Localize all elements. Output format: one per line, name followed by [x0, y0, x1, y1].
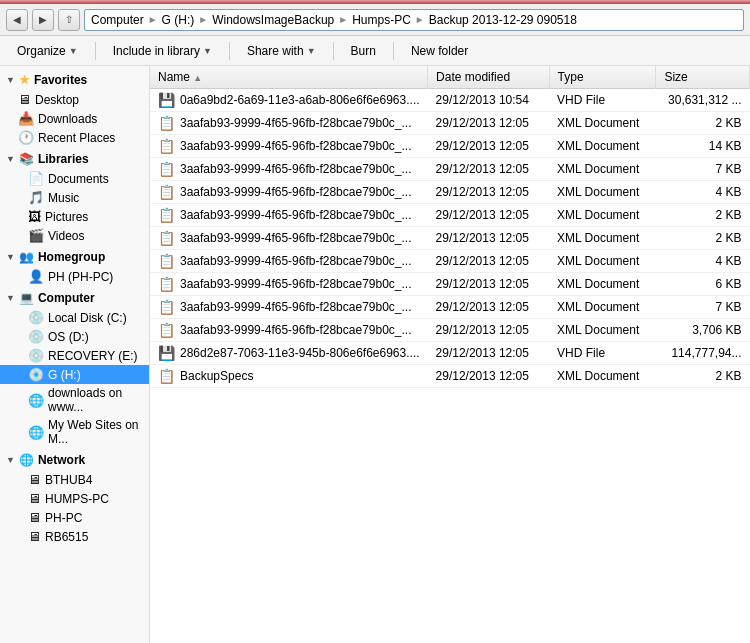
table-row[interactable]: 📋 3aafab93-9999-4f65-96fb-f28bcae79b0c_.…: [150, 319, 750, 342]
file-type-icon: 📋: [158, 184, 175, 200]
file-size-cell: 2 KB: [656, 204, 750, 227]
table-row[interactable]: 📋 3aafab93-9999-4f65-96fb-f28bcae79b0c_.…: [150, 112, 750, 135]
up-button[interactable]: ⇧: [58, 9, 80, 31]
file-size-cell: 7 KB: [656, 296, 750, 319]
file-type-cell: XML Document: [549, 158, 656, 181]
file-name-cell: 📋 3aafab93-9999-4f65-96fb-f28bcae79b0c_.…: [150, 296, 428, 319]
sidebar-network-header[interactable]: ▼ 🌐 Network: [0, 450, 149, 470]
share-with-button[interactable]: Share with ▼: [238, 41, 325, 61]
sidebar-item-pictures[interactable]: 🖼 Pictures: [0, 207, 149, 226]
sidebar-item-downloads-www[interactable]: 🌐 downloads on www...: [0, 384, 149, 416]
table-row[interactable]: 📋 BackupSpecs 29/12/2013 12:05 XML Docum…: [150, 365, 750, 388]
table-row[interactable]: 📋 3aafab93-9999-4f65-96fb-f28bcae79b0c_.…: [150, 204, 750, 227]
burn-button[interactable]: Burn: [342, 41, 385, 61]
new-folder-button[interactable]: New folder: [402, 41, 477, 61]
music-icon: 🎵: [28, 190, 44, 205]
table-row[interactable]: 📋 3aafab93-9999-4f65-96fb-f28bcae79b0c_.…: [150, 273, 750, 296]
file-size-cell: 4 KB: [656, 250, 750, 273]
file-type-icon: 💾: [158, 345, 175, 361]
libraries-icon: 📚: [19, 152, 34, 166]
file-type-icon: 📋: [158, 299, 175, 315]
sidebar-favorites-header[interactable]: ▼ ★ Favorites: [0, 70, 149, 90]
column-name[interactable]: Name ▲: [150, 66, 428, 89]
file-name-cell: 📋 3aafab93-9999-4f65-96fb-f28bcae79b0c_.…: [150, 158, 428, 181]
include-library-dropdown-icon: ▼: [203, 46, 212, 56]
ph-pc-network-icon: 🖥: [28, 510, 41, 525]
downloads-label: Downloads: [38, 112, 97, 126]
ph-pc-label: PH (PH-PC): [48, 270, 113, 284]
file-type-cell: VHD File: [549, 342, 656, 365]
sidebar-item-videos[interactable]: 🎬 Videos: [0, 226, 149, 245]
file-type-cell: XML Document: [549, 112, 656, 135]
table-row[interactable]: 💾 286d2e87-7063-11e3-945b-806e6f6e6963..…: [150, 342, 750, 365]
path-backup[interactable]: Backup 2013-12-29 090518: [429, 13, 577, 27]
favorites-expand-icon: ▼: [6, 75, 15, 85]
column-type[interactable]: Type: [549, 66, 656, 89]
table-row[interactable]: 📋 3aafab93-9999-4f65-96fb-f28bcae79b0c_.…: [150, 250, 750, 273]
sidebar-item-ph-pc[interactable]: 👤 PH (PH-PC): [0, 267, 149, 286]
sidebar-item-humps-pc[interactable]: 🖥 HUMPS-PC: [0, 489, 149, 508]
sidebar-item-local-disk-c[interactable]: 💿 Local Disk (C:): [0, 308, 149, 327]
sidebar-item-desktop[interactable]: 🖥 Desktop: [0, 90, 149, 109]
file-name: 3aafab93-9999-4f65-96fb-f28bcae79b0c_...: [180, 185, 412, 199]
file-type-icon: 📋: [158, 253, 175, 269]
sidebar-item-my-web-sites[interactable]: 🌐 My Web Sites on M...: [0, 416, 149, 448]
include-library-button[interactable]: Include in library ▼: [104, 41, 221, 61]
sidebar-computer-header[interactable]: ▼ 💻 Computer: [0, 288, 149, 308]
sidebar-item-recent-places[interactable]: 🕐 Recent Places: [0, 128, 149, 147]
path-drive[interactable]: G (H:): [162, 13, 195, 27]
file-name: 3aafab93-9999-4f65-96fb-f28bcae79b0c_...: [180, 162, 412, 176]
file-name: 3aafab93-9999-4f65-96fb-f28bcae79b0c_...: [180, 208, 412, 222]
table-row[interactable]: 💾 0a6a9bd2-6a69-11e3-a6ab-806e6f6e6963..…: [150, 89, 750, 112]
table-row[interactable]: 📋 3aafab93-9999-4f65-96fb-f28bcae79b0c_.…: [150, 296, 750, 319]
downloads-www-label: downloads on www...: [48, 386, 141, 414]
bthub4-label: BTHUB4: [45, 473, 92, 487]
file-name: 3aafab93-9999-4f65-96fb-f28bcae79b0c_...: [180, 254, 412, 268]
sidebar-item-rb6515[interactable]: 🖥 RB6515: [0, 527, 149, 546]
address-path[interactable]: Computer ► G (H:) ► WindowsImageBackup ►…: [84, 9, 744, 31]
os-d-label: OS (D:): [48, 330, 89, 344]
forward-button[interactable]: ▶: [32, 9, 54, 31]
file-name: 3aafab93-9999-4f65-96fb-f28bcae79b0c_...: [180, 300, 412, 314]
file-name: 3aafab93-9999-4f65-96fb-f28bcae79b0c_...: [180, 323, 412, 337]
back-button[interactable]: ◀: [6, 9, 28, 31]
file-date-cell: 29/12/2013 12:05: [428, 273, 550, 296]
ph-pc-icon: 👤: [28, 269, 44, 284]
sidebar-item-bthub4[interactable]: 🖥 BTHUB4: [0, 470, 149, 489]
libraries-expand-icon: ▼: [6, 154, 15, 164]
table-row[interactable]: 📋 3aafab93-9999-4f65-96fb-f28bcae79b0c_.…: [150, 227, 750, 250]
sidebar-homegroup-header[interactable]: ▼ 👥 Homegroup: [0, 247, 149, 267]
file-name-cell: 📋 BackupSpecs: [150, 365, 428, 388]
column-date-modified[interactable]: Date modified: [428, 66, 550, 89]
sidebar-libraries-header[interactable]: ▼ 📚 Libraries: [0, 149, 149, 169]
file-name-cell: 📋 3aafab93-9999-4f65-96fb-f28bcae79b0c_.…: [150, 273, 428, 296]
sidebar-item-music[interactable]: 🎵 Music: [0, 188, 149, 207]
g-h-label: G (H:): [48, 368, 81, 382]
sidebar-item-downloads[interactable]: 📥 Downloads: [0, 109, 149, 128]
file-type-cell: VHD File: [549, 89, 656, 112]
my-web-sites-label: My Web Sites on M...: [48, 418, 141, 446]
toolbar-separator-3: [333, 42, 334, 60]
file-type-icon: 📋: [158, 115, 175, 131]
path-wib[interactable]: WindowsImageBackup: [212, 13, 334, 27]
file-type-icon: 📋: [158, 276, 175, 292]
organize-button[interactable]: Organize ▼: [8, 41, 87, 61]
path-computer[interactable]: Computer: [91, 13, 144, 27]
file-list-body: 💾 0a6a9bd2-6a69-11e3-a6ab-806e6f6e6963..…: [150, 89, 750, 388]
column-size[interactable]: Size: [656, 66, 750, 89]
sidebar-item-g-h[interactable]: 💿 G (H:): [0, 365, 149, 384]
recovery-e-label: RECOVERY (E:): [48, 349, 138, 363]
table-row[interactable]: 📋 3aafab93-9999-4f65-96fb-f28bcae79b0c_.…: [150, 181, 750, 204]
recovery-e-icon: 💿: [28, 348, 44, 363]
sidebar-item-ph-pc-network[interactable]: 🖥 PH-PC: [0, 508, 149, 527]
sidebar-item-recovery-e[interactable]: 💿 RECOVERY (E:): [0, 346, 149, 365]
downloads-www-icon: 🌐: [28, 393, 44, 408]
sidebar-item-documents[interactable]: 📄 Documents: [0, 169, 149, 188]
table-row[interactable]: 📋 3aafab93-9999-4f65-96fb-f28bcae79b0c_.…: [150, 158, 750, 181]
file-name: 3aafab93-9999-4f65-96fb-f28bcae79b0c_...: [180, 116, 412, 130]
table-row[interactable]: 📋 3aafab93-9999-4f65-96fb-f28bcae79b0c_.…: [150, 135, 750, 158]
file-size-cell: 114,777,94...: [656, 342, 750, 365]
sidebar-item-os-d[interactable]: 💿 OS (D:): [0, 327, 149, 346]
path-pc[interactable]: Humps-PC: [352, 13, 411, 27]
file-type-cell: XML Document: [549, 250, 656, 273]
